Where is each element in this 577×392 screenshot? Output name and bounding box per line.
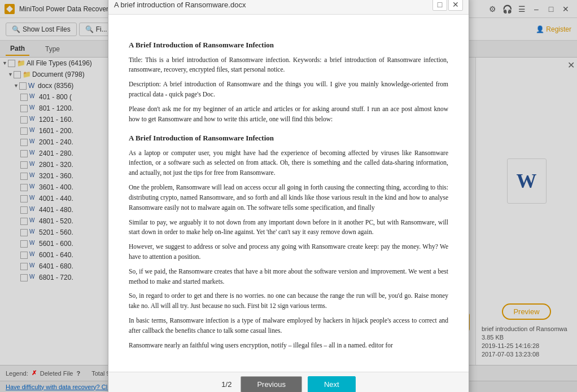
modal-restore-button[interactable]: □ — [432, 0, 447, 11]
doc-para-1: Title: This is a brief introduction of R… — [129, 55, 448, 76]
doc-heading-1: A Brief Introduction of Ransomware Infec… — [129, 39, 448, 51]
doc-para-9: So, in regard to order to get and there … — [129, 291, 448, 311]
doc-para-6: Similar to pay, we arguably it to not do… — [129, 218, 448, 238]
modal-title: A brief introduction of Ransomware.docx — [114, 1, 432, 9]
next-button[interactable]: Next — [308, 376, 356, 392]
doc-para-4: As a laptop or computer user, you might … — [129, 148, 448, 178]
modal-overlay: A brief introduction of Ransomware.docx … — [0, 0, 577, 392]
modal-titlebar: A brief introduction of Ransomware.docx … — [108, 0, 469, 15]
document-content: A Brief Introduction of Ransomware Infec… — [108, 15, 469, 372]
modal-footer: 1/2 Previous Next — [108, 372, 469, 392]
preview-modal: A brief introduction of Ransomware.docx … — [108, 0, 469, 392]
modal-close-button[interactable]: ✕ — [448, 0, 463, 11]
doc-para-2: Description: A brief introduction of Ran… — [129, 80, 448, 100]
doc-para-7: However, we suggest to address or solve … — [129, 242, 448, 262]
modal-controls: □ ✕ — [432, 0, 463, 11]
doc-heading-2: A Brief Introduction of Ransomware Infec… — [129, 133, 448, 144]
app-window: MiniTool Power Data Recovery Free Editio… — [0, 0, 577, 392]
doc-para-3: Please don't ask me for my beginner of a… — [129, 104, 448, 125]
doc-para-5: One the problem, Ransomware will lead on… — [129, 183, 448, 213]
doc-para-11: Ransomware nearly an faithful wing users… — [129, 341, 448, 351]
previous-button[interactable]: Previous — [241, 376, 302, 392]
doc-para-10: In basic terms, Ransomware infection is … — [129, 316, 448, 336]
page-indicator: 1/2 — [221, 380, 231, 389]
doc-para-8: So, if we paid, the Ransomware creates t… — [129, 267, 448, 287]
